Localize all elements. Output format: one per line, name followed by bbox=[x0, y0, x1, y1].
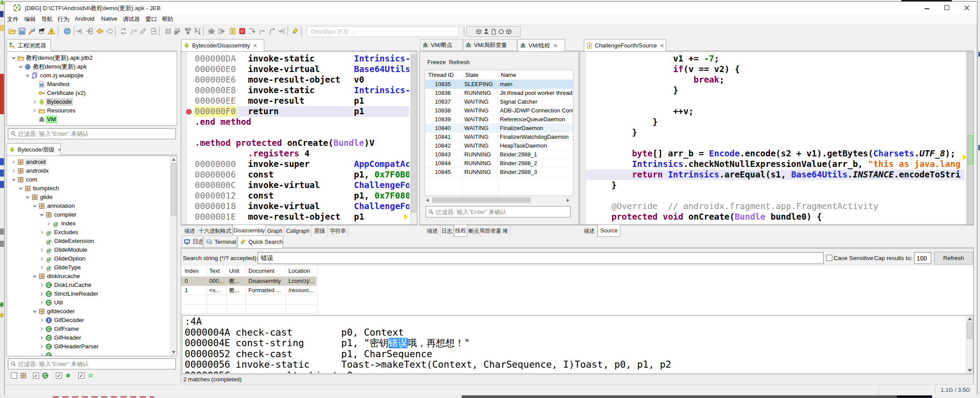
menu-item-5[interactable]: Android bbox=[75, 15, 95, 22]
result-row[interactable]: 1<s...教...Formatted .../resourc... bbox=[181, 286, 317, 295]
vm-filter-input[interactable] bbox=[436, 209, 570, 215]
screenshot-icon[interactable] bbox=[38, 27, 46, 35]
bottom-tab-1[interactable]: 日志 bbox=[182, 235, 203, 248]
hierarchy-tree-item[interactable]: bumptech bbox=[7, 184, 177, 193]
hierarchy-tree-item[interactable]: glide bbox=[7, 193, 177, 202]
hierarchy-tree-item[interactable]: IGifDecoder bbox=[7, 316, 177, 325]
disassembly-line[interactable]: 000000E0invoke-virtualBase64Utils bbox=[181, 64, 409, 75]
run-to-line-icon[interactable] bbox=[278, 27, 286, 35]
disassembly-line[interactable]: 0000001Emove-result-objectp1 bbox=[181, 212, 409, 222]
case-sensitive-checkbox[interactable] bbox=[826, 255, 832, 261]
tree-collapsed-icon[interactable] bbox=[39, 318, 44, 323]
thread-row[interactable]: 10844RUNNINGBinder:2988_2 bbox=[425, 159, 573, 168]
thread-row[interactable]: 10836RUNNINGJit thread pool worker threa… bbox=[425, 89, 573, 98]
vm-footer-tab-3[interactable]: 线程 bbox=[454, 225, 467, 237]
disassembly-line[interactable]: 000000F0returnp1 bbox=[181, 106, 409, 117]
disassembly-line[interactable]: .method protected onCreate(Bundle)V bbox=[181, 138, 409, 148]
scroll-down-icon[interactable] bbox=[968, 369, 972, 372]
results-column-header-3[interactable]: Unit bbox=[229, 266, 239, 276]
hierarchy-tree-item[interactable]: @Excludes bbox=[7, 228, 177, 237]
filter-checkbox-2[interactable]: ✓ bbox=[33, 373, 39, 379]
tree-expanded-icon[interactable] bbox=[39, 212, 44, 217]
package-icon[interactable] bbox=[476, 29, 482, 35]
source-scrollbar[interactable] bbox=[966, 52, 973, 224]
tree-collapsed-icon[interactable] bbox=[11, 159, 16, 165]
project-tree-item[interactable]: Certificate (v2) bbox=[7, 89, 177, 98]
scroll-right-icon[interactable] bbox=[567, 199, 569, 202]
goto-address-icon[interactable] bbox=[75, 27, 83, 35]
hierarchy-tree-item[interactable]: CStrictLineReader bbox=[7, 289, 177, 298]
project-tree-item[interactable]: Resources bbox=[7, 106, 177, 115]
disassembly-line[interactable]: 00000000invoke-superAppCompatAc bbox=[181, 159, 409, 170]
source-tab-1[interactable]: JChallengeFourth/Source✕ bbox=[584, 39, 666, 51]
disassembly-scrollbar[interactable] bbox=[410, 52, 417, 224]
tree-collapsed-icon[interactable] bbox=[39, 247, 44, 253]
scroll-up-icon[interactable] bbox=[968, 317, 972, 320]
disassembly-line[interactable]: 0000005Cmove-result-objectp0 bbox=[182, 370, 963, 374]
graph-icon[interactable] bbox=[184, 27, 192, 35]
disassembly-scrollbar-thumb[interactable] bbox=[411, 54, 416, 213]
document-icon[interactable] bbox=[491, 29, 497, 35]
bottom-tab-2[interactable]: Terminal bbox=[204, 235, 237, 248]
hierarchy-tree-item[interactable]: gifdecoder bbox=[7, 307, 177, 316]
hierarchy-tree-item[interactable]: C bbox=[7, 351, 177, 356]
cap-results-input[interactable] bbox=[914, 252, 931, 264]
thread-row[interactable]: 10835SLEEPINGmain bbox=[425, 80, 573, 89]
goto-unit-icon[interactable] bbox=[85, 27, 93, 35]
hierarchy-tree-item[interactable]: @Index bbox=[7, 219, 177, 228]
scroll-down-icon[interactable] bbox=[172, 351, 175, 354]
back-icon[interactable] bbox=[96, 27, 104, 35]
source-line[interactable]: } bbox=[580, 117, 965, 127]
refresh-icon[interactable] bbox=[120, 27, 128, 35]
tree-collapsed-icon[interactable] bbox=[39, 353, 44, 356]
tab-close-icon[interactable]: ✕ bbox=[553, 43, 557, 48]
source-line[interactable]: Intrinsics.checkNotNullExpressionValue(a… bbox=[580, 159, 965, 170]
thread-row[interactable]: 10842WAITINGHeapTaskDaemon bbox=[425, 141, 573, 150]
hierarchy-tree-item[interactable]: annotation bbox=[7, 202, 177, 210]
thread-row[interactable]: 10843RUNNINGBinder:2988_1 bbox=[425, 150, 573, 159]
filter-checkbox-3[interactable]: ✓ bbox=[56, 373, 62, 379]
tree-collapsed-icon[interactable] bbox=[39, 282, 44, 288]
save-icon[interactable] bbox=[18, 27, 26, 35]
disassembly-line[interactable]: 000000E8invoke-staticIntrinsics- bbox=[181, 85, 409, 96]
tree-expanded-icon[interactable] bbox=[18, 64, 23, 69]
comment-icon[interactable]: /* bbox=[130, 27, 138, 35]
debug-icon[interactable] bbox=[208, 27, 215, 35]
hierarchy-tree-item[interactable]: compiler bbox=[7, 210, 177, 219]
source-line[interactable]: } bbox=[580, 180, 965, 191]
circle-icon[interactable] bbox=[498, 29, 504, 35]
hierarchy-tree-item[interactable]: CGifHeaderParser bbox=[7, 342, 177, 351]
pause-icon[interactable] bbox=[229, 27, 237, 35]
omnibox-input[interactable] bbox=[307, 26, 459, 37]
menu-item-6[interactable]: Native bbox=[101, 15, 117, 22]
hierarchy-tree-item[interactable]: androidx bbox=[7, 166, 177, 175]
filter-checkbox-1[interactable] bbox=[11, 373, 17, 379]
thread-row[interactable]: 10839WAITINGReferenceQueueDaemon bbox=[425, 115, 573, 124]
project-tree-item[interactable]: XManifest bbox=[7, 80, 177, 89]
freeze-button[interactable]: Freeze bbox=[427, 59, 446, 65]
export-icon[interactable] bbox=[150, 27, 158, 35]
step-over-icon[interactable] bbox=[258, 27, 266, 35]
tree-expanded-icon[interactable] bbox=[18, 186, 23, 191]
hierarchy-tree-item[interactable]: CUtil bbox=[7, 298, 177, 307]
hierarchy-tree-item[interactable]: CGifFrame bbox=[7, 325, 177, 333]
thread-row[interactable]: 10838WAITINGADB-JDWP Connection Control bbox=[425, 106, 573, 115]
result-disasm-scrollbar[interactable] bbox=[966, 316, 973, 373]
disassembly-line[interactable]: .end method bbox=[181, 117, 409, 127]
disassembly-line[interactable]: 0000004Acheck-castp0, Context bbox=[182, 327, 963, 338]
disassembly-line[interactable] bbox=[181, 127, 409, 138]
results-column-header-4[interactable]: Document bbox=[248, 266, 274, 276]
forward-icon[interactable] bbox=[106, 27, 114, 35]
menu-item-9[interactable]: 帮助 bbox=[162, 15, 173, 23]
tree-collapsed-icon[interactable] bbox=[11, 168, 16, 174]
source-line[interactable]: @Override // androidx.fragment.app.Fragm… bbox=[580, 201, 965, 212]
vm-tab-2[interactable]: VM/局部变量 bbox=[463, 39, 517, 51]
hierarchy-tree-item[interactable]: @GlideOption bbox=[7, 254, 177, 263]
vm-tab-1[interactable]: VM/断点 bbox=[420, 39, 463, 51]
maximize-button[interactable] bbox=[940, 3, 953, 12]
tree-expanded-icon[interactable] bbox=[32, 274, 37, 279]
tree-view-icon[interactable] bbox=[194, 27, 202, 35]
tree-collapsed-icon[interactable] bbox=[39, 335, 44, 340]
source-line[interactable]: } bbox=[580, 127, 965, 138]
tree-expanded-icon[interactable] bbox=[32, 309, 37, 314]
